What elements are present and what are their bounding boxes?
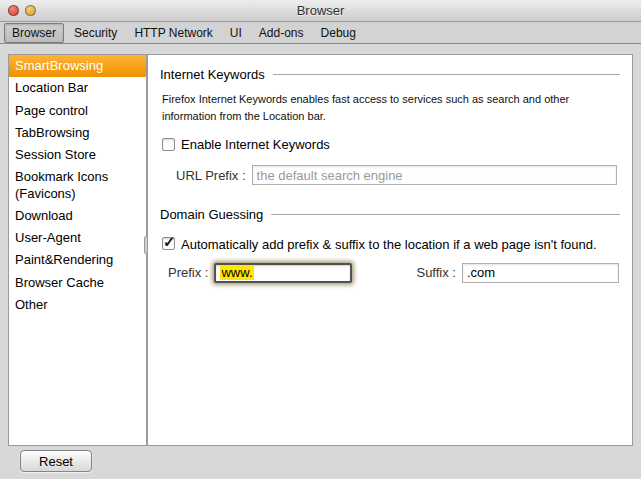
prefix-suffix-inputs-row: Prefix : www. Suffix : .com: [168, 263, 620, 283]
enable-internet-keywords-checkbox[interactable]: [162, 138, 175, 151]
domain-guessing-section-header: Domain Guessing: [160, 207, 620, 222]
prefix-selected-text: www.: [220, 265, 253, 280]
tab-bar: Browser Security HTTP Network UI Add-ons…: [0, 22, 641, 44]
sidebar-item-session-store[interactable]: Session Store: [9, 144, 146, 166]
internet-keywords-title: Internet Keywords: [160, 67, 265, 82]
tab-browser[interactable]: Browser: [4, 23, 64, 43]
settings-category-list: SmartBrowsing Location Bar Page control …: [8, 54, 147, 446]
reset-button[interactable]: Reset: [20, 450, 92, 472]
suffix-input[interactable]: .com: [462, 263, 619, 283]
section-divider: [271, 214, 620, 215]
close-button-icon[interactable]: [8, 5, 19, 16]
sidebar-item-bookmark-icons[interactable]: Bookmark Icons (Favicons): [9, 166, 146, 205]
auto-prefix-suffix-label: Automatically add prefix & suffix to the…: [181, 236, 620, 254]
window-title: Browser: [297, 3, 345, 18]
sidebar-item-other[interactable]: Other: [9, 294, 146, 316]
sidebar-item-page-control[interactable]: Page control: [9, 100, 146, 122]
sidebar-item-smartbrowsing[interactable]: SmartBrowsing: [9, 55, 146, 77]
settings-panel-smartbrowsing: Internet Keywords Firefox Internet Keywo…: [147, 54, 633, 446]
sidebar-item-paint-rendering[interactable]: Paint&Rendering: [9, 249, 146, 271]
sidebar-item-tabbrowsing[interactable]: TabBrowsing: [9, 122, 146, 144]
url-prefix-row: URL Prefix : the default search engine: [176, 165, 620, 185]
enable-internet-keywords-label: Enable Internet Keywords: [181, 137, 330, 152]
auto-prefix-suffix-row: Automatically add prefix & suffix to the…: [162, 237, 620, 254]
section-divider: [273, 74, 620, 75]
auto-prefix-suffix-checkbox[interactable]: [162, 237, 175, 250]
tab-add-ons[interactable]: Add-ons: [252, 24, 311, 42]
tab-security[interactable]: Security: [67, 24, 124, 42]
minimize-button-icon[interactable]: [25, 5, 36, 16]
url-prefix-input[interactable]: the default search engine: [252, 165, 617, 185]
prefix-label: Prefix :: [168, 265, 208, 280]
browser-preferences-window: Browser Browser Security HTTP Network UI…: [0, 0, 641, 479]
enable-internet-keywords-row: Enable Internet Keywords: [162, 137, 620, 152]
prefix-input[interactable]: www.: [214, 263, 352, 283]
domain-guessing-title: Domain Guessing: [160, 207, 263, 222]
titlebar: Browser: [0, 0, 641, 22]
internet-keywords-description: Firefox Internet Keywords enables fast a…: [162, 91, 604, 124]
sidebar-item-location-bar[interactable]: Location Bar: [9, 77, 146, 99]
sidebar-item-user-agent[interactable]: User-Agent: [9, 227, 146, 249]
url-prefix-label: URL Prefix :: [176, 168, 246, 183]
tab-ui[interactable]: UI: [223, 24, 249, 42]
suffix-label: Suffix :: [416, 265, 456, 280]
sidebar-item-browser-cache[interactable]: Browser Cache: [9, 272, 146, 294]
tab-debug[interactable]: Debug: [314, 24, 363, 42]
sidebar-item-download[interactable]: Download: [9, 205, 146, 227]
tab-http-network[interactable]: HTTP Network: [127, 24, 219, 42]
internet-keywords-section-header: Internet Keywords: [160, 67, 620, 82]
